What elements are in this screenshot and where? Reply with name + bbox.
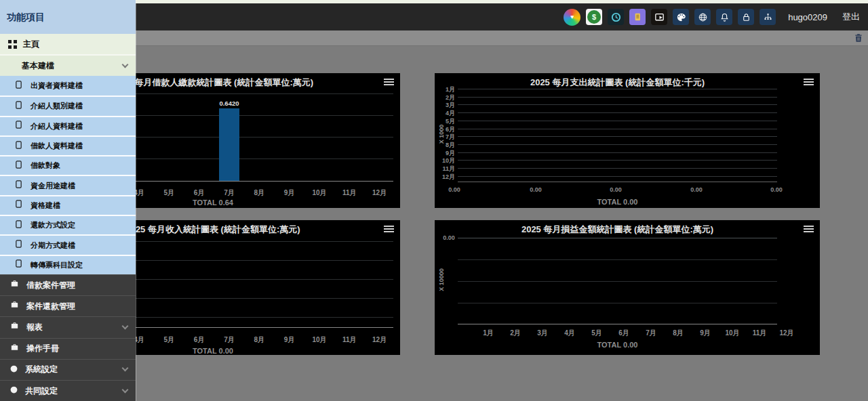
x-tick-label: 1月 (483, 329, 494, 338)
gridline (458, 144, 777, 145)
globe-icon[interactable] (694, 9, 711, 25)
sidebar-subitem[interactable]: 出資者資料建檔 (0, 76, 136, 96)
x-tick-label: 9月 (284, 335, 295, 345)
username-label: hugo0209 (788, 12, 827, 22)
sidebar-item[interactable]: 系統設定 (0, 359, 136, 380)
grid-icon (8, 40, 17, 49)
gridline (458, 168, 777, 169)
x-tick-label: 8月 (254, 335, 265, 345)
bell-icon[interactable] (716, 9, 732, 25)
dashboard: ♥ $ (0, 0, 868, 401)
sidebar-item[interactable]: 案件還款管理 (0, 295, 136, 316)
screen-icon[interactable] (651, 9, 667, 25)
logout-button[interactable]: 登出 (842, 11, 860, 23)
sidebar-subitem-label: 介紹人資料建檔 (31, 121, 83, 131)
gridline (458, 112, 777, 113)
sidebar-subitem-label: 借款人資料建檔 (31, 141, 83, 151)
clipboard-icon (15, 80, 22, 92)
sidebar-subitem-label: 借款對象 (31, 161, 60, 171)
sidebar-subitem[interactable]: 借款對象 (0, 155, 136, 175)
sidebar-subitem[interactable]: 資格建檔 (0, 195, 136, 215)
chevron-down-icon (122, 386, 129, 393)
x-axis-line (458, 182, 777, 182)
clipboard-icon (15, 140, 22, 152)
x-tick-label: 3月 (537, 329, 548, 338)
x-tick-label: 6月 (194, 335, 205, 345)
x-tick-label: 11月 (342, 335, 357, 345)
hamburger-icon[interactable] (804, 226, 814, 234)
gridline-zero (458, 238, 777, 238)
sidebar-item-label: 案件還款管理 (26, 301, 127, 312)
sidebar-item[interactable]: 報表 (0, 316, 136, 337)
gridline (458, 129, 777, 129)
sidebar-main-menu: 借款案件管理案件還款管理報表操作手冊系統設定共同設定 (0, 274, 136, 401)
sidebar-item-label: 系統設定 (25, 364, 123, 375)
sidebar-subitem[interactable]: 介紹人資料建檔 (0, 116, 136, 135)
x-tick-label: 11月 (753, 329, 767, 338)
sidebar-subitem-label: 介紹人類別建檔 (31, 101, 83, 111)
gridline (458, 121, 777, 121)
sidebar-item-label: 主頁 (23, 39, 39, 50)
x-tick-label: 5月 (591, 329, 602, 338)
sidebar-subitem[interactable]: 借款人資料建檔 (0, 135, 136, 155)
y-axis-title: X 1000 (438, 125, 445, 144)
x-tick-label: 0.00 (610, 186, 622, 193)
x-tick-label: 10月 (725, 329, 739, 338)
x-tick-label: 7月 (224, 335, 235, 345)
x-tick-label: 6月 (618, 329, 629, 338)
x-tick-label: 8月 (673, 329, 684, 338)
sidebar-subitem[interactable]: 資金用途建檔 (0, 175, 136, 194)
finance-logo-icon[interactable]: $ (586, 9, 602, 25)
chevron-down-icon (122, 322, 129, 329)
chart-title: 2025 每月支出統計圖表 (統計金額單位:千元) (458, 77, 777, 89)
sidebar-item-label: 報表 (26, 322, 123, 333)
briefcase-icon (9, 279, 20, 291)
hamburger-icon[interactable] (804, 79, 814, 87)
gridline (458, 152, 777, 153)
sidebar-subitem[interactable]: 還款方式設定 (0, 215, 136, 234)
hamburger-icon[interactable] (384, 226, 394, 234)
sitemap-icon[interactable] (760, 9, 776, 25)
x-tick-label: 7月 (224, 188, 235, 198)
topbar-icon-group: ♥ $ (564, 9, 776, 26)
chart-panel-expense: 2025 每月支出統計圖表 (統計金額單位:千元) TOTAL 0.00 1月2… (435, 73, 820, 208)
sidebar-subitem[interactable]: 轉傳票科目設定 (0, 255, 136, 274)
sidebar-item[interactable]: 操作手冊 (0, 338, 136, 359)
sidebar-subitem[interactable]: 介紹人類別建檔 (0, 96, 136, 115)
palette-icon[interactable] (673, 9, 689, 25)
sidebar-item[interactable]: 借款案件管理 (0, 274, 136, 295)
sidebar-item-home[interactable]: 主頁 (0, 34, 136, 56)
x-tick-label: 6月 (194, 188, 205, 198)
app-logo-icon[interactable]: ♥ (564, 9, 580, 26)
clipboard-icon (15, 120, 22, 132)
x-tick-label: 4月 (564, 329, 575, 338)
sidebar-subitem-label: 資格建檔 (31, 200, 60, 211)
sidebar-subitem-label: 分期方式建檔 (31, 240, 75, 251)
clipboard-icon (15, 100, 22, 112)
chart-total: TOTAL 0.00 (597, 341, 638, 349)
gridline (458, 104, 777, 105)
x-tick-label: 0.00 (690, 186, 703, 193)
bar (219, 108, 239, 181)
bar-value-label: 0.6420 (219, 100, 239, 107)
x-tick-label: 7月 (646, 329, 656, 338)
scroll-icon[interactable] (629, 9, 646, 25)
gridline (458, 281, 777, 282)
x-tick-label: 8月 (254, 188, 265, 198)
clock-icon[interactable] (608, 9, 624, 25)
x-tick-label: 9月 (700, 329, 711, 338)
sidebar-subitem-label: 資金用途建檔 (31, 181, 75, 191)
gridline (458, 136, 777, 137)
sidebar-subitem[interactable]: 分期方式建檔 (0, 234, 136, 254)
hamburger-icon[interactable] (384, 79, 394, 87)
gridline (458, 176, 777, 177)
sidebar-item[interactable]: 共同設定 (0, 380, 136, 401)
briefcase-icon (9, 343, 20, 355)
sidebar-group-basic-setup[interactable]: 基本建檔 (0, 56, 136, 76)
chevron-down-icon (122, 365, 129, 372)
trash-icon[interactable] (853, 33, 864, 43)
x-tick-label: 10月 (312, 335, 326, 345)
y-tick-label: 12月 (436, 173, 455, 182)
lock-icon[interactable] (738, 9, 754, 25)
x-tick-label: 12月 (372, 335, 387, 345)
